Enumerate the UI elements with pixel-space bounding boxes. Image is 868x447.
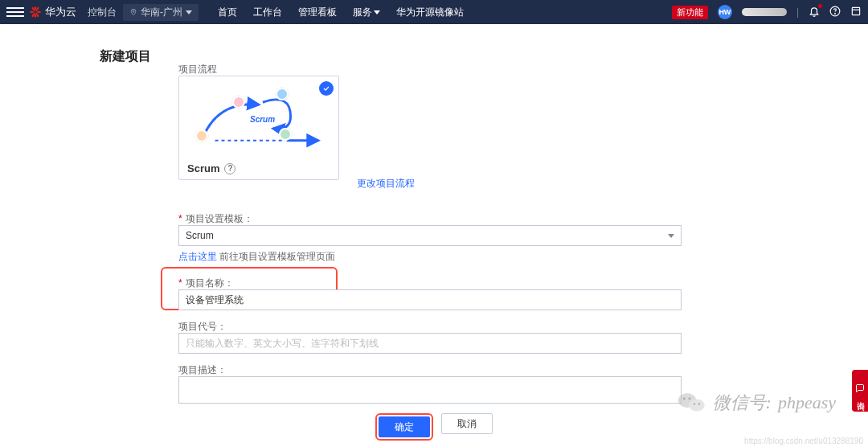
watermark: 微信号: phpeasy: [678, 391, 836, 415]
page-canvas: 新建项目 项目流程 Scrum Scrum: [0, 24, 868, 447]
button-row: 确定 取消: [0, 413, 868, 441]
page-title: 新建项目: [100, 48, 151, 65]
nav-home[interactable]: 首页: [218, 6, 237, 19]
location-icon: [129, 8, 137, 16]
svg-point-2: [835, 13, 836, 14]
topbar: 华为云 控制台 华南-广州 首页 工作台 管理看板 服务 华为开源镜像站 新功能…: [0, 0, 868, 24]
consult-side-tab[interactable]: 咨询: [852, 370, 868, 412]
avatar-icon: [232, 96, 245, 109]
change-flow-link[interactable]: 更改项目流程: [357, 177, 415, 191]
project-description-input[interactable]: [178, 376, 682, 404]
avatar-icon: [195, 129, 208, 142]
chevron-down-icon: [186, 10, 192, 14]
flow-card-scrum[interactable]: Scrum Scrum ?: [178, 76, 339, 180]
nav-mirror[interactable]: 华为开源镜像站: [396, 6, 464, 19]
fullscreen-icon[interactable]: [850, 6, 862, 19]
flow-card-title-row: Scrum ?: [187, 162, 235, 174]
template-hint-suffix: 前往项目设置模板管理页面: [217, 251, 335, 262]
nav-items: 首页 工作台 管理看板 服务 华为开源镜像站: [218, 6, 464, 19]
nav-services-label: 服务: [353, 6, 372, 19]
svg-point-11: [698, 403, 699, 404]
nav-workbench[interactable]: 工作台: [253, 6, 282, 19]
flow-group-label: 项目流程: [178, 63, 217, 76]
hamburger-icon[interactable]: [6, 3, 24, 21]
nav-services[interactable]: 服务: [353, 6, 380, 19]
avatar-icon: [276, 88, 289, 100]
confirm-highlight-box: 确定: [375, 413, 433, 441]
svg-point-0: [133, 10, 134, 12]
watermark-handle: phpeasy: [778, 392, 836, 413]
huawei-logo-icon: [29, 6, 42, 18]
template-select[interactable]: Scrum: [178, 225, 682, 246]
watermark-label: 微信号:: [713, 391, 772, 415]
notification-bell-icon[interactable]: [809, 6, 820, 19]
svg-rect-3: [852, 7, 859, 14]
svg-point-8: [682, 397, 685, 400]
svg-point-10: [693, 403, 694, 404]
console-tab[interactable]: 控制台: [88, 6, 117, 19]
chevron-down-icon: [668, 234, 674, 238]
avatar[interactable]: HW: [718, 5, 732, 19]
project-description-label: 项目描述：: [178, 363, 227, 377]
project-code-input[interactable]: [178, 333, 682, 354]
username-redacted: [742, 8, 787, 16]
scrum-diagram: Scrum: [187, 84, 330, 157]
brand-text: 华为云: [45, 5, 76, 19]
svg-point-7: [689, 400, 705, 412]
scrum-caption: Scrum: [250, 115, 275, 124]
cancel-button[interactable]: 取消: [441, 413, 493, 434]
region-selector[interactable]: 华南-广州: [123, 4, 199, 21]
project-code-label: 项目代号：: [178, 320, 227, 334]
svg-point-9: [688, 397, 690, 400]
nav-board[interactable]: 管理看板: [298, 6, 337, 19]
confirm-button[interactable]: 确定: [379, 416, 430, 437]
avatar-icon: [279, 128, 292, 141]
consult-label: 咨询: [854, 395, 866, 398]
chevron-down-icon: [374, 10, 380, 14]
new-feature-badge[interactable]: 新功能: [672, 6, 708, 19]
template-selected-value: Scrum: [186, 230, 214, 241]
flow-card-title: Scrum: [187, 162, 219, 174]
template-hint-link[interactable]: 点击这里: [178, 251, 217, 262]
template-hint: 点击这里 前往项目设置模板管理页面: [178, 250, 335, 264]
help-icon[interactable]: ?: [224, 163, 235, 174]
region-text: 华南-广州: [141, 6, 182, 19]
help-icon[interactable]: [829, 6, 841, 19]
topbar-right: 新功能 HW |: [672, 0, 862, 24]
divider: |: [796, 6, 799, 18]
brand-block[interactable]: 华为云: [29, 5, 76, 19]
project-name-label: 项目名称：: [178, 277, 234, 290]
project-name-input[interactable]: [178, 289, 682, 310]
template-label: 项目设置模板：: [178, 212, 253, 226]
chat-icon: [855, 383, 865, 393]
